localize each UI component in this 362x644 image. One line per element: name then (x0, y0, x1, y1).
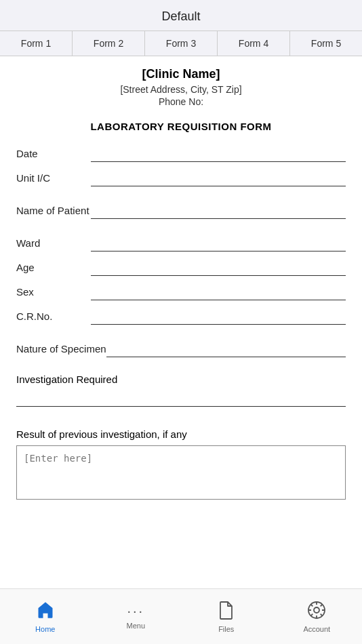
sex-label: Sex (16, 286, 91, 300)
nav-home[interactable]: Home (22, 601, 69, 633)
sex-input[interactable] (91, 284, 346, 300)
age-label: Age (16, 262, 91, 276)
patient-name-row: Name of Patient (16, 203, 346, 219)
account-icon (307, 601, 326, 622)
ward-input[interactable] (91, 235, 346, 251)
nav-menu-label: Menu (126, 622, 145, 630)
nav-home-label: Home (35, 625, 55, 633)
tab-form4[interactable]: Form 4 (218, 31, 290, 56)
clinic-name: [Clinic Name] (16, 67, 346, 81)
unitIC-input[interactable] (91, 170, 346, 186)
specimen-label: Nature of Specimen (16, 343, 106, 357)
sex-row: Sex (16, 284, 346, 300)
form-content: [Clinic Name] [Street Address, City, ST … (0, 56, 362, 570)
home-icon (36, 601, 55, 622)
crno-input[interactable] (91, 308, 346, 325)
unitIC-row: Unit I/C (16, 170, 346, 186)
tab-form5[interactable]: Form 5 (290, 31, 362, 56)
patient-name-input[interactable] (91, 203, 346, 219)
age-input[interactable] (91, 260, 346, 276)
svg-point-1 (314, 607, 319, 613)
ward-label: Ward (16, 237, 91, 251)
tab-form2[interactable]: Form 2 (73, 31, 145, 56)
specimen-row: Nature of Specimen (16, 341, 346, 357)
bottom-nav: Home ··· Menu Files Account (0, 588, 362, 644)
tab-form3[interactable]: Form 3 (145, 31, 218, 56)
page-title: Default (161, 9, 200, 23)
tab-bar: Form 1 Form 2 Form 3 Form 4 Form 5 (0, 31, 362, 56)
result-label: Result of previous investigation, if any (16, 428, 346, 440)
specimen-input[interactable] (106, 341, 346, 357)
investigation-label: Investigation Required (16, 374, 346, 385)
nav-account[interactable]: Account (293, 601, 340, 633)
clinic-phone: Phone No: (16, 96, 346, 107)
tab-form1[interactable]: Form 1 (0, 31, 73, 56)
ward-row: Ward (16, 235, 346, 251)
nav-files[interactable]: Files (203, 601, 250, 633)
nav-menu[interactable]: ··· Menu (112, 604, 159, 630)
result-section: Result of previous investigation, if any (16, 428, 346, 502)
age-row: Age (16, 260, 346, 276)
patient-name-label: Name of Patient (16, 205, 91, 219)
result-textarea[interactable] (16, 445, 346, 500)
date-input[interactable] (91, 146, 346, 162)
top-bar: Default (0, 0, 362, 31)
crno-label: C.R.No. (16, 310, 91, 325)
nav-account-label: Account (303, 625, 330, 633)
menu-icon: ··· (127, 604, 144, 619)
investigation-input[interactable] (16, 390, 346, 407)
clinic-address: [Street Address, City, ST Zip] (16, 84, 346, 95)
unitIC-label: Unit I/C (16, 172, 91, 186)
date-label: Date (16, 148, 91, 162)
clinic-header: [Clinic Name] [Street Address, City, ST … (16, 67, 346, 107)
files-icon (218, 601, 235, 622)
nav-files-label: Files (218, 625, 234, 633)
investigation-section: Investigation Required (16, 374, 346, 407)
crno-row: C.R.No. (16, 308, 346, 325)
form-title: LABORATORY REQUISITION FORM (16, 121, 346, 132)
date-row: Date (16, 146, 346, 162)
